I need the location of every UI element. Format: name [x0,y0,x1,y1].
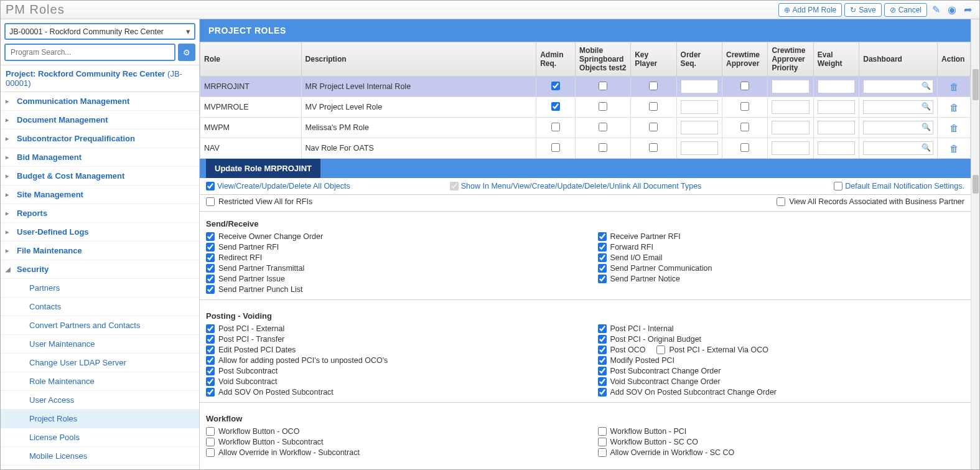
crewtime-approver-checkbox[interactable] [740,82,749,90]
column-header[interactable]: Action [938,42,971,77]
permission-item[interactable]: Post Subcontract [206,365,573,376]
permission-item[interactable]: Forward RFI [598,242,965,252]
eval-weight-input[interactable] [818,80,855,93]
permission-item[interactable]: Edit Posted PCI Dates [206,344,573,355]
eval-weight-input[interactable] [818,141,855,155]
scroll-thumb-table[interactable] [973,69,979,100]
crewtime-priority-input[interactable] [772,100,809,114]
sidebar-subitem-convert-partners-and-contacts[interactable]: Convert Partners and Contacts [1,316,199,335]
permission-item[interactable]: Receive Owner Change Order [206,231,573,242]
search-icon[interactable]: 🔍 [922,123,931,131]
sidebar-item-document-management[interactable]: ▸Document Management [1,111,199,129]
permission-item[interactable]: Post Subcontract Change Order [598,365,965,376]
project-select[interactable]: JB-00001 - Rockford Community Rec Center… [4,23,195,40]
permission-item[interactable]: Send Partner Notice [598,273,965,284]
permission-item[interactable]: Send Partner Punch List [206,284,573,294]
cancel-button[interactable]: ⊘Cancel [884,3,927,17]
search-icon[interactable]: 🔍 [922,102,931,111]
sidebar-subitem-contacts[interactable]: Contacts [1,298,199,316]
permission-item[interactable]: Redirect RFI [206,252,573,263]
sidebar-item-bid-management[interactable]: ▸Bid Management [1,148,199,167]
save-button[interactable]: ↻Save [844,3,881,17]
permission-item[interactable]: Send I/O Email [598,252,965,263]
permission-item[interactable]: Send Partner RFI [206,242,573,252]
permission-item[interactable]: Void Subcontract Change Order [598,376,965,387]
exit-icon[interactable]: ➦ [961,2,974,17]
permission-item[interactable]: Allow for adding posted PCI's to unposte… [206,355,573,365]
sidebar-item-user-defined-logs[interactable]: ▸User-Defined Logs [1,223,199,242]
mso-checkbox[interactable] [599,82,607,90]
scrollbar[interactable] [971,19,979,469]
default-email-option[interactable]: Default Email Notification Settings. [834,182,964,190]
admin-checkbox[interactable] [551,102,560,111]
permission-item[interactable]: Post PCI - Original Budget [598,334,965,344]
search-settings-button[interactable]: ⚙ [178,44,195,61]
permission-item[interactable]: Post PCI - Transfer [206,334,573,344]
permission-item[interactable]: Post PCI - Internal [598,323,965,334]
permission-item[interactable]: Modify Posted PCI [598,355,965,365]
keyplayer-checkbox[interactable] [649,82,658,90]
permission-item[interactable]: Allow Override in Workflow - SC CO [598,447,965,458]
crewtime-approver-checkbox[interactable] [740,123,749,131]
permission-item[interactable]: Void Subcontract [206,376,573,387]
column-header[interactable]: Eval Weight [813,42,859,77]
column-header[interactable]: Dashboard [859,42,938,77]
search-icon[interactable]: 🔍 [922,82,931,90]
sidebar-subitem-partners[interactable]: Partners [1,279,199,298]
permission-item[interactable]: Allow Override in Workflow - Subcontract [206,447,573,458]
delete-icon[interactable]: 🗑 [950,82,959,92]
column-header[interactable]: Order Seq. [676,42,722,77]
permission-item[interactable]: Post OCOPost PCI - External Via OCO [598,344,965,355]
permission-item[interactable]: Send Partner Issue [206,273,573,284]
permission-item[interactable]: Post PCI - External Via OCO [656,345,768,354]
table-row[interactable]: MRPROJINTMR Project Level Internal Role🔍… [200,77,971,97]
order-seq-input[interactable] [681,121,718,134]
add-pm-role-button[interactable]: ⊕Add PM Role [778,3,842,17]
keyplayer-checkbox[interactable] [649,123,658,131]
crewtime-approver-checkbox[interactable] [740,102,749,111]
table-row[interactable]: NAVNav Role For OATS🔍🗑 [200,138,971,159]
eval-weight-input[interactable] [818,121,855,134]
sidebar-item-reports[interactable]: ▸Reports [1,204,199,223]
sidebar-item-security[interactable]: ◢Security [1,260,199,279]
crewtime-approver-checkbox[interactable] [740,143,749,152]
column-header[interactable]: Mobile Springboard Objects test2 [576,42,631,77]
column-header[interactable]: Crewtime Approver [722,42,768,77]
permission-item[interactable]: Receive Partner RFI [598,231,965,242]
permission-item[interactable]: Send Partner Communication [598,263,965,273]
crewtime-priority-input[interactable] [772,141,809,155]
keyplayer-checkbox[interactable] [649,102,658,111]
eval-weight-input[interactable] [818,100,855,114]
column-header[interactable]: Key Player [631,42,676,77]
mso-checkbox[interactable] [599,102,607,111]
sidebar-subitem-license-pools[interactable]: License Pools [1,428,199,447]
column-header[interactable]: Crewtime Approver Priority [768,42,813,77]
admin-checkbox[interactable] [551,82,560,90]
sidebar-item-communication-management[interactable]: ▸Communication Management [1,92,199,111]
sidebar-item-budget-cost-management[interactable]: ▸Budget & Cost Management [1,167,199,186]
permission-item[interactable]: Send Partner Transmittal [206,263,573,273]
permission-item[interactable]: Post PCI - External [206,323,573,334]
show-menu-option[interactable]: Show In Menu/View/Create/Update/Delete/U… [450,182,702,190]
edit-icon[interactable]: ✎ [930,2,943,17]
permission-item[interactable]: Add SOV On Posted Subcontract [206,387,573,397]
sidebar-subitem-user-access[interactable]: User Access [1,391,199,410]
delete-icon[interactable]: 🗑 [950,102,959,113]
sidebar-subitem-project-roles[interactable]: Project Roles [1,410,199,428]
column-header[interactable]: Role [200,42,302,77]
permission-item[interactable]: Workflow Button - PCI [598,426,965,436]
view-bp-option[interactable]: View All Records Associated with Busines… [777,197,964,206]
order-seq-input[interactable] [681,80,718,93]
crewtime-priority-input[interactable] [772,80,809,93]
permission-item[interactable]: Workflow Button - SC CO [598,436,965,447]
column-header[interactable]: Description [301,42,536,77]
user-icon[interactable]: ◉ [945,2,959,17]
sidebar-item-file-maintenance[interactable]: ▸File Maintenance [1,242,199,260]
sidebar-subitem-user-maintenance[interactable]: User Maintenance [1,335,199,354]
sidebar-item-site-management[interactable]: ▸Site Management [1,186,199,204]
table-row[interactable]: MVPMROLEMV Project Level Role🔍🗑 [200,97,971,118]
search-icon[interactable]: 🔍 [922,143,931,152]
permission-item[interactable]: Workflow Button - OCO [206,426,573,436]
permission-item[interactable]: Add SOV On Posted Subcontract Change Ord… [598,387,965,397]
table-row[interactable]: MWPMMelissa's PM Role🔍🗑 [200,118,971,138]
